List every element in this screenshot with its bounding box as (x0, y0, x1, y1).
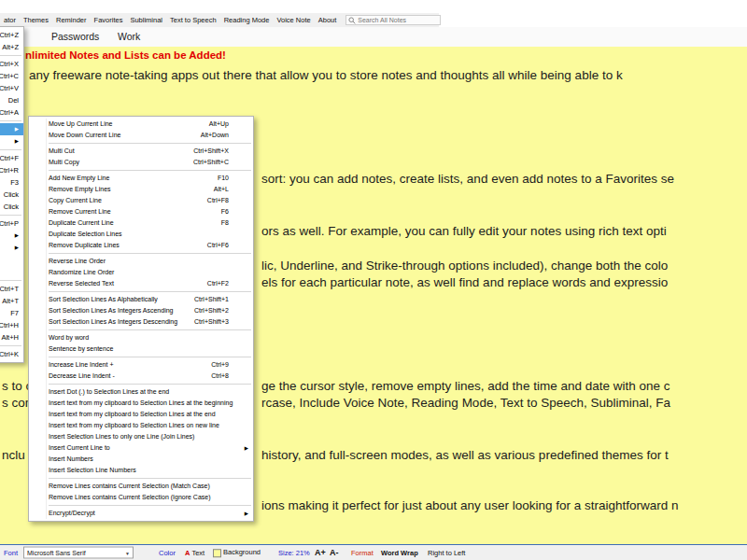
menubar: atorThemesReminderFavoritesSubliminalTex… (0, 13, 439, 27)
menu-item[interactable]: Alt+T (0, 295, 23, 307)
tab-passwords[interactable]: Passwords (51, 31, 99, 42)
menu-item-increase-line-indent[interactable]: Increase Line Indent +Ctrl+9 (29, 359, 253, 371)
menu-item[interactable]: Click (0, 201, 23, 213)
menubar-item-themes[interactable]: Themes (20, 13, 52, 27)
menu-item-label: Insert text from my clipboard to Selecti… (49, 399, 233, 406)
menu-item[interactable]: Del (0, 94, 23, 106)
menu-item[interactable]: F3 (0, 176, 23, 189)
menu-item-shortcut: Ctrl+V (0, 82, 19, 94)
menu-item-remove-lines-contains-current-selection-[interactable]: Remove Lines contains Current Selection … (29, 492, 253, 503)
menu-item-copy-current-line[interactable]: Copy Current LineCtrl+F8 (29, 195, 253, 206)
menu-item-decrease-line-indent[interactable]: Decrease Line Indent -Ctrl+8 (29, 371, 253, 382)
menu-item-remove-current-line[interactable]: Remove Current LineF6 (29, 206, 253, 217)
menu-item-label: Insert Selection Lines to only one Line … (49, 433, 194, 440)
menu-item[interactable]: ▶ (0, 242, 23, 254)
menu-item[interactable]: Ctrl+A (0, 106, 23, 119)
menu-item[interactable]: Alt+H (0, 331, 23, 343)
menu-item[interactable]: Ctrl+T (0, 283, 23, 295)
menu-item[interactable]: Ctrl+F (0, 152, 23, 164)
submenu-arrow-icon: ▶ (15, 242, 19, 254)
menu-item[interactable]: Ctrl+K (0, 348, 23, 360)
menubar-item-about[interactable]: About (315, 13, 341, 27)
note-text-line: sort: you can add notes, create lists, a… (261, 171, 674, 188)
menubar-item-subliminal[interactable]: Subliminal (126, 13, 166, 27)
menubar-item-reading-mode[interactable]: Reading Mode (220, 13, 274, 27)
menu-item-shortcut: Ctrl+F2 (207, 278, 229, 289)
menu-item-insert-selection-lines-to-only-one-line-[interactable]: Insert Selection Lines to only one Line … (29, 431, 253, 442)
background-color-button[interactable]: Background (213, 548, 261, 557)
menu-item[interactable]: Ctrl+X (0, 58, 23, 70)
menu-item-shortcut: F7 (10, 307, 19, 319)
menu-item[interactable]: ▶ (0, 230, 23, 242)
menu-item-sentence-by-sentence[interactable]: Sentence by sentence (29, 343, 253, 355)
menu-item-duplicate-selection-lines[interactable]: Duplicate Selection Lines (29, 229, 253, 240)
text-color-button[interactable]: AText (185, 549, 204, 557)
menu-item-reverse-selected-text[interactable]: Reverse Selected TextCtrl+F2 (29, 278, 253, 289)
menu-item-insert-selection-line-numbers[interactable]: Insert Selection Line Numbers (29, 465, 253, 476)
menu-item-insert-numbers[interactable]: Insert Numbers (29, 454, 253, 465)
menu-item-remove-lines-contains-current-selection-[interactable]: Remove Lines contains Current Selection … (29, 481, 253, 492)
menu-item-label: Reverse Selected Text (49, 280, 114, 287)
menu-item-sort-selection-lines-as-integers-ascendi[interactable]: Sort Selection Lines As Integers Ascendi… (29, 305, 253, 316)
search-box[interactable] (345, 15, 441, 25)
menu-item[interactable] (0, 266, 23, 278)
menu-item-multi-cut[interactable]: Multi CutCtrl+Shift+X (29, 146, 253, 157)
font-family-select[interactable]: Microsoft Sans Serif ▼ (23, 547, 134, 559)
note-text-line: rcase, Include Voice Note, Reading Mode,… (261, 395, 670, 412)
menu-item-label: Sort Selection Lines As Integers Descend… (49, 318, 177, 325)
menu-item-insert-text-from-my-clipboard-to-selecti[interactable]: Insert text from my clipboard to Selecti… (29, 420, 253, 431)
menu-item-label: Duplicate Selection Lines (49, 231, 122, 237)
menu-item-shortcut: Alt+L (214, 184, 229, 195)
menubar-item-ator[interactable]: ator (0, 13, 20, 27)
menu-item-shortcut: Ctrl+Shift+2 (194, 305, 229, 316)
menu-item-shortcut: Ctrl+X (0, 58, 19, 70)
menu-item-insert-text-from-my-clipboard-to-selecti[interactable]: Insert text from my clipboard to Selecti… (29, 409, 253, 420)
menu-item-sort-selection-lines-as-alphabetically[interactable]: Sort Selection Lines As AlphabeticallyCt… (29, 294, 253, 305)
menu-item-label: Increase Line Indent + (49, 361, 113, 368)
menu-item-label: Randomize Line Order (49, 269, 114, 275)
tab-work[interactable]: Work (118, 31, 140, 42)
menu-item[interactable]: ▶ (0, 135, 23, 147)
menu-item[interactable]: Ctrl+V (0, 82, 23, 94)
word-wrap-toggle[interactable]: Word Wrap (381, 549, 418, 557)
format-button[interactable]: Format (351, 549, 374, 557)
menu-item[interactable]: Ctrl+P (0, 217, 23, 230)
menu-item-word-by-word[interactable]: Word by word (29, 332, 253, 343)
menu-item[interactable]: ▶ (0, 123, 23, 135)
zoom-size-label: Size: 21% (278, 549, 310, 557)
menu-item[interactable]: F7 (0, 307, 23, 319)
menu-item-remove-duplicate-lines[interactable]: Remove Duplicate LinesCtrl+F6 (29, 240, 253, 251)
menu-item[interactable]: Ctrl+C (0, 70, 23, 82)
menu-item-insert-dot-to-selection-lines-at-the-end[interactable]: Insert Dot (.) to Selection Lines at the… (29, 386, 253, 398)
menu-item[interactable]: Ctrl+Z (0, 29, 23, 41)
search-icon (348, 17, 356, 24)
menubar-item-favorites[interactable]: Favorites (91, 13, 127, 27)
font-label: Font (4, 549, 18, 557)
menubar-item-text-to-speech[interactable]: Text to Speech (166, 13, 220, 27)
app-window: atorThemesReminderFavoritesSubliminalTex… (0, 0, 747, 560)
menu-item-shortcut: Ctrl+F (0, 152, 19, 164)
menu-item-multi-copy[interactable]: Multi CopyCtrl+Shift+C (29, 157, 253, 168)
menu-item-move-down-current-line[interactable]: Move Down Current LineAlt+Down (29, 130, 253, 141)
menu-item[interactable]: Alt+Z (0, 41, 23, 53)
menu-item-duplicate-current-line[interactable]: Duplicate Current LineF8 (29, 217, 253, 229)
menu-item[interactable] (0, 254, 23, 266)
menu-item[interactable]: Click (0, 189, 23, 201)
search-input[interactable] (356, 17, 438, 23)
menubar-item-reminder[interactable]: Reminder (52, 13, 91, 27)
menu-item-sort-selection-lines-as-integers-descend[interactable]: Sort Selection Lines As Integers Descend… (29, 316, 253, 328)
menu-item[interactable]: Ctrl+R (0, 164, 23, 176)
menu-item[interactable]: Ctrl+H (0, 319, 23, 331)
menu-item-insert-text-from-my-clipboard-to-selecti[interactable]: Insert text from my clipboard to Selecti… (29, 398, 253, 409)
decrease-font-button[interactable]: A- (330, 548, 339, 557)
menubar-item-voice-note[interactable]: Voice Note (273, 13, 314, 27)
menu-item-encrypt-decrypt[interactable]: Encrypt/Decrypt▶ (29, 508, 253, 519)
menu-item-randomize-line-order[interactable]: Randomize Line Order (29, 267, 253, 278)
menu-item-move-up-current-line[interactable]: Move Up Current LineAlt+Up (29, 119, 253, 130)
menu-item-add-new-empty-line[interactable]: Add New Empty LineF10 (29, 173, 253, 184)
menu-item-remove-empty-lines[interactable]: Remove Empty LinesAlt+L (29, 184, 253, 195)
menu-item-insert-current-line-to[interactable]: Insert Current Line to▶ (29, 442, 253, 454)
menu-item-reverse-line-order[interactable]: Reverse Line Order (29, 256, 253, 267)
increase-font-button[interactable]: A+ (315, 548, 326, 557)
right-to-left-toggle[interactable]: Right to Left (428, 549, 465, 557)
